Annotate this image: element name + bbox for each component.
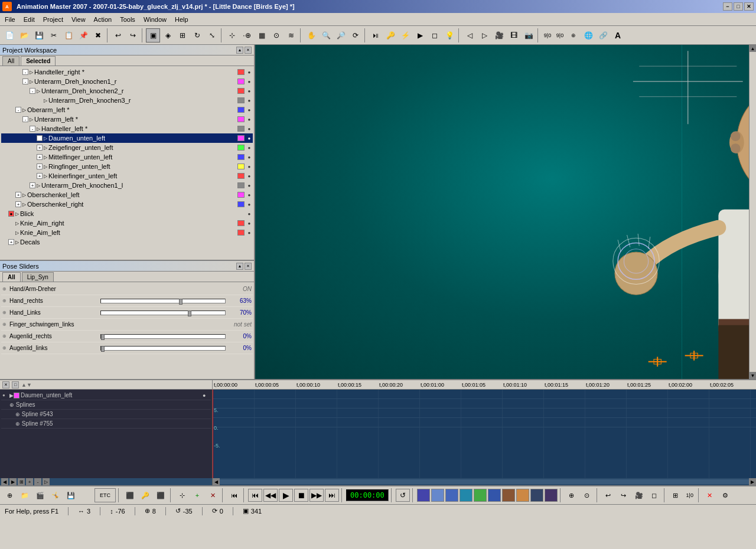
bt-save2[interactable]: 💾	[64, 488, 78, 502]
toolbar-open[interactable]: 📂	[17, 28, 31, 43]
bt-num[interactable]: 1|0	[684, 488, 696, 502]
tree-eye-icon[interactable]: ●	[246, 69, 253, 75]
tree-item[interactable]: +▷Kleinerfinger_unten_left●	[1, 171, 253, 181]
tree-eye-icon[interactable]: ●	[246, 135, 253, 141]
ps-close[interactable]: ✕	[245, 263, 252, 270]
tree-expand-btn[interactable]: +	[37, 154, 43, 160]
toolbar-scale[interactable]: ⤡	[205, 28, 219, 43]
tab-selected[interactable]: Selected	[21, 56, 56, 66]
timeline-keys[interactable]: 5. 0. -5.	[213, 390, 756, 478]
toolbar-cam[interactable]: 🎥	[492, 28, 506, 43]
color-blue1[interactable]	[417, 489, 430, 502]
tree-eye-icon[interactable]: ●	[246, 164, 253, 169]
tree-expand-btn[interactable]: -	[22, 79, 28, 84]
menu-project[interactable]: Project	[40, 14, 67, 25]
toolbar-group[interactable]: ⊙	[269, 28, 284, 43]
tree-eye-icon[interactable]: ●	[246, 220, 253, 226]
tree-item[interactable]: -▷Unterarm_Dreh_knochen2_r●	[1, 86, 253, 96]
tree-expand-btn[interactable]: -	[22, 116, 28, 122]
toolbar-cam3[interactable]: 📷	[522, 28, 536, 43]
color-teal[interactable]	[460, 489, 472, 502]
color-green1[interactable]	[474, 489, 487, 502]
toolbar-num1[interactable]: 9|0	[542, 28, 553, 43]
tree-eye-icon[interactable]: ●	[246, 145, 253, 151]
menu-tools[interactable]: Tools	[116, 14, 139, 25]
tree-eye-icon[interactable]: ●	[246, 173, 253, 179]
tree-eye-icon[interactable]: ●	[246, 126, 253, 132]
slider-track[interactable]	[100, 299, 226, 303]
menu-action[interactable]: Action	[90, 14, 116, 25]
bt-next2[interactable]: ↪	[617, 488, 631, 502]
tree-item[interactable]: ▷Knie_Aim_right●	[1, 218, 253, 228]
toolbar-rotate[interactable]: ↻	[190, 28, 204, 43]
tl-zoom-all[interactable]: ⊞	[18, 478, 25, 485]
toolbar-undo[interactable]: ↩	[111, 28, 125, 43]
tl-item-splines[interactable]: ⊕ Splines	[1, 400, 211, 410]
slider-thumb[interactable]	[101, 334, 105, 340]
toolbar-muscle[interactable]: ≋	[284, 28, 298, 43]
toolbar-num2[interactable]: 9|0	[554, 28, 566, 43]
viewport-scrollbar-v[interactable]: ▲ ▼	[749, 45, 756, 379]
bt-file[interactable]: 📁	[18, 488, 32, 502]
tree-eye-icon[interactable]: ●	[246, 116, 253, 122]
maximize-button[interactable]: □	[734, 2, 743, 11]
bt-key1[interactable]: ⬛	[123, 488, 137, 502]
bt-render[interactable]: 🎬	[33, 488, 47, 502]
toolbar-select2[interactable]: ◈	[161, 28, 175, 43]
tree-expand-btn[interactable]: +	[37, 173, 43, 179]
tl-scroll-right3[interactable]: ▷	[43, 478, 50, 485]
bt-cam-btn[interactable]: 🎥	[632, 488, 646, 502]
color-blue3[interactable]	[445, 489, 458, 502]
toolbar-frame[interactable]: ⏯	[369, 28, 383, 43]
tree-expand-btn[interactable]: +	[37, 135, 43, 141]
tree-eye-icon[interactable]: ●	[246, 182, 253, 188]
bt-key2[interactable]: 🔑	[138, 488, 152, 502]
tl-left-arrow[interactable]: ◀	[213, 478, 220, 485]
prev-key-button[interactable]: ◀◀	[263, 489, 278, 502]
tree-item[interactable]: ●▷Blick●	[1, 209, 253, 218]
toolbar-render[interactable]: ◻	[428, 28, 442, 43]
tree-expand-btn[interactable]: -	[22, 69, 28, 75]
next-key-button[interactable]: ▶▶	[309, 489, 324, 502]
tree-expand-btn[interactable]: +	[37, 164, 43, 169]
menu-window[interactable]: Window	[140, 14, 170, 25]
toolbar-delete[interactable]: ✖	[91, 28, 105, 43]
tree-item[interactable]: +▷Mittelfinger_unten_left●	[1, 152, 253, 162]
tl-scroll-left[interactable]: ◀	[1, 478, 8, 485]
bt-prev2[interactable]: ↩	[601, 488, 615, 502]
toolbar-link[interactable]: 🔗	[596, 28, 610, 43]
tree-item[interactable]: +▷Zeigefinger_unten_left●	[1, 143, 253, 152]
tree-expand-btn[interactable]: +	[15, 201, 21, 207]
tl-zoom-out[interactable]: -	[34, 478, 41, 485]
toolbar-patch[interactable]: ▦	[255, 28, 269, 43]
toolbar-key[interactable]: 🔑	[383, 28, 397, 43]
tl-scroll-track[interactable]	[220, 479, 749, 484]
toolbar-save[interactable]: 💾	[32, 28, 46, 43]
color-blue2[interactable]	[431, 489, 444, 502]
next-frame-button[interactable]: ⏭	[325, 489, 339, 502]
tab-lip-syn[interactable]: Lip_Syn	[22, 272, 54, 282]
color-dark1[interactable]	[530, 489, 543, 502]
tab-all[interactable]: All	[2, 56, 19, 66]
toolbar-text[interactable]: A	[611, 28, 625, 43]
toolbar-select[interactable]: ▣	[146, 28, 160, 43]
tree-eye-icon[interactable]: ●	[246, 107, 253, 113]
tree-expand-btn[interactable]: +	[15, 192, 21, 198]
bt-grid[interactable]: ⊞	[669, 488, 683, 502]
slider-thumb[interactable]	[101, 346, 105, 352]
tree-expand-btn[interactable]: -	[30, 126, 35, 132]
tree-item[interactable]: -▷Unterarm_left *●	[1, 115, 253, 124]
tl-zoom-in[interactable]: +	[26, 478, 33, 485]
tree-item[interactable]: +▷Oberschenkel_left●	[1, 190, 253, 200]
slider-thumb[interactable]	[188, 311, 191, 316]
bt-blank[interactable]	[79, 488, 93, 502]
pw-scroll-up[interactable]: ▲	[236, 47, 243, 54]
toolbar-zoom-out[interactable]: 🔎	[334, 28, 348, 43]
menu-file[interactable]: File	[1, 14, 19, 25]
minimize-button[interactable]: −	[723, 2, 732, 11]
toolbar-pan[interactable]: ✋	[304, 28, 318, 43]
tree-item[interactable]: -▷Handteller_left *●	[1, 124, 253, 133]
tree-expand-btn[interactable]: +	[8, 239, 14, 245]
ps-scroll-up[interactable]: ▲	[236, 263, 243, 270]
toolbar-fwd[interactable]: ▷	[477, 28, 491, 43]
